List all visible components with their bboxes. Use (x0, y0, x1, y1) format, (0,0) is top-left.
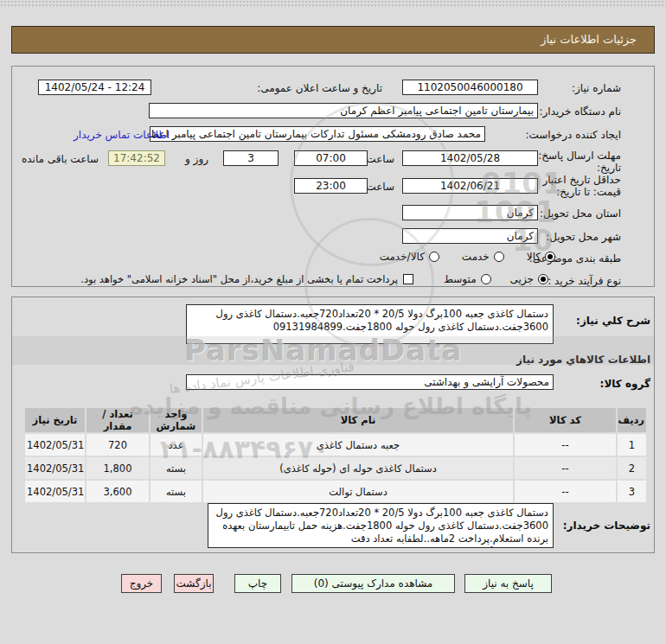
goods-table-header-row: ردیف کد کالا نام کالا واحد شمارش تعداد /… (24, 407, 647, 433)
announce-datetime-label: تاریخ و ساعت اعلان عمومی: (257, 82, 382, 95)
reply-deadline-date-field[interactable]: 1402/05/28 (402, 150, 538, 166)
cell-item-code: -- (514, 480, 617, 503)
cell-need-date: 1402/05/31 (24, 456, 86, 480)
classification-option-goods[interactable]: کالا (527, 251, 555, 263)
cell-unit: عدد (150, 433, 202, 456)
buyer-org-label: نام دستگاه خریدار: (540, 105, 622, 118)
dotted-top-strip (0, 0, 666, 8)
cell-need-date: 1402/05/31 (24, 480, 86, 503)
col-quantity: تعداد / مقدار (86, 407, 150, 433)
hours-remaining-label: ساعت باقی مانده (22, 153, 99, 166)
buyer-notes-label: توضیحات خریدار: (563, 520, 650, 532)
purchase-type-label: نوع فرآیند خرید : (548, 275, 621, 288)
page-title: جزئیات اطلاعات نیاز (11, 26, 655, 54)
cell-item-name: جعبه دستمال کاغذی (202, 433, 514, 456)
days-and-label: روز و (185, 153, 208, 166)
classification-option-label: خدمت (462, 251, 490, 263)
col-need-date: تاریخ نیاز (24, 407, 86, 433)
respond-to-need-button[interactable]: پاسخ به نیاز (464, 574, 552, 593)
reply-deadline-hour-label: ساعت (366, 153, 394, 166)
treasury-checkbox[interactable] (403, 274, 413, 284)
classification-options: کالا خدمت کالا/خدمت (380, 251, 555, 263)
cell-row-number: 3 (617, 480, 647, 503)
radio-goods-selected-icon[interactable] (545, 252, 555, 262)
request-creator-label: ایجاد کننده درخواست: (525, 129, 621, 142)
classification-option-label: کالا (527, 251, 541, 263)
classification-option-label: کالا/خدمت (380, 251, 425, 263)
purchase-type-option-medium[interactable]: متوسط (444, 273, 491, 285)
col-item-name: نام کالا (202, 407, 514, 433)
general-desc-field[interactable]: دستمال کاغذی جعبه 100برگ دولا 20/5 * 20ت… (186, 304, 554, 344)
print-button[interactable]: چاپ (234, 574, 281, 593)
col-item-code: کد کالا (514, 407, 617, 433)
col-row-number: ردیف (617, 407, 647, 433)
remaining-days-field[interactable]: 3 (223, 150, 279, 166)
cell-quantity: 3,600 (86, 480, 150, 503)
city-field[interactable]: کرمان (402, 228, 538, 244)
cell-quantity: 720 (86, 433, 150, 456)
table-row: 2 -- دستمال کاغذی حوله ای (حوله کاغذی) ب… (24, 456, 647, 480)
request-creator-field[interactable]: محمد صادق رودمشکی مسئول تدارکات بیمارستا… (150, 126, 485, 142)
table-row: 3 -- دستمال توالت بسته 3,600 1402/05/31 (24, 480, 647, 503)
need-number-field[interactable]: 1102050046000180 (402, 80, 538, 95)
classification-option-service[interactable]: خدمت (462, 251, 504, 263)
cell-item-code: -- (514, 456, 617, 480)
general-desc-label: شرح کلي نیاز: (576, 315, 650, 327)
exit-button[interactable]: خروج (121, 574, 162, 593)
radio-medium-icon[interactable] (481, 274, 491, 284)
buyer-contact-link[interactable]: اطلاعات تماس خریدار (74, 129, 170, 141)
treasury-checkbox-label: پرداخت تمام یا بخشی از مبلغ خرید،از محل … (80, 273, 398, 285)
view-attachments-button[interactable]: مشاهده مدارک پیوستی (0) (291, 574, 455, 593)
cell-row-number: 1 (617, 433, 647, 456)
cell-item-code: -- (514, 433, 617, 456)
cell-quantity: 1,800 (86, 456, 150, 480)
price-validity-date-field[interactable]: 1402/06/21 (402, 178, 538, 194)
announce-datetime-field[interactable]: 1402/05/24 - 12:24 (38, 80, 151, 95)
goods-group-field[interactable]: محصولات آرایشی و بهداشتی (186, 374, 554, 390)
radio-service-icon[interactable] (494, 252, 504, 262)
radio-goods-service-icon[interactable] (429, 252, 439, 262)
purchase-type-option-minor[interactable]: جزیی (510, 273, 548, 285)
province-field[interactable]: کرمان (402, 205, 538, 220)
cell-unit: بسته (150, 480, 202, 503)
buyer-org-field[interactable]: بیمارستان تامین اجتماعی پیامبر اعظم کرما… (149, 103, 538, 118)
province-label: استان محل تحویل: (540, 207, 621, 220)
back-button[interactable]: بازگشت (174, 574, 214, 593)
price-validity-time-field[interactable]: 23:00 (294, 178, 368, 194)
reply-deadline-time-field[interactable]: 07:00 (294, 150, 368, 166)
purchase-type-option-label: جزیی (510, 273, 534, 285)
countdown-timer: 17:42:52 (108, 150, 165, 166)
goods-group-label: گروه کالا: (600, 378, 650, 390)
purchase-type-option-label: متوسط (444, 273, 477, 285)
table-row: 1 -- جعبه دستمال کاغذی عدد 720 1402/05/3… (24, 433, 647, 456)
goods-table: ردیف کد کالا نام کالا واحد شمارش تعداد /… (23, 406, 648, 504)
col-unit: واحد شمارش (150, 407, 202, 433)
goods-info-header: اطلاعات کالاهاي مورد نیاز (516, 354, 650, 366)
city-label: شهر محل تحویل: (546, 231, 621, 244)
price-validity-hour-label: ساعت (366, 181, 394, 194)
buyer-notes-field[interactable]: دستمال کاغذی جعبه 100برگ دولا 20/5 * 20ت… (208, 503, 554, 548)
cell-need-date: 1402/05/31 (24, 433, 86, 456)
cell-item-name: دستمال کاغذی حوله ای (حوله کاغذی) (202, 456, 514, 480)
need-number-label: شماره نیاز: (572, 82, 621, 95)
need-details-page: { "title_bar": { "title": "جزئیات اطلاعا… (0, 0, 666, 644)
treasury-payment-row: پرداخت تمام یا بخشی از مبلغ خرید،از محل … (30, 273, 413, 285)
classification-option-goods-service[interactable]: کالا/خدمت (380, 251, 439, 263)
price-validity-label: حداقل تاریخ اعتبار قیمت: تا تاریخ: (524, 174, 621, 198)
radio-minor-selected-icon[interactable] (538, 274, 548, 284)
cell-row-number: 2 (617, 456, 647, 480)
cell-item-name: دستمال توالت (202, 480, 514, 503)
purchase-type-options: جزیی متوسط (444, 273, 548, 285)
cell-unit: بسته (150, 456, 202, 480)
